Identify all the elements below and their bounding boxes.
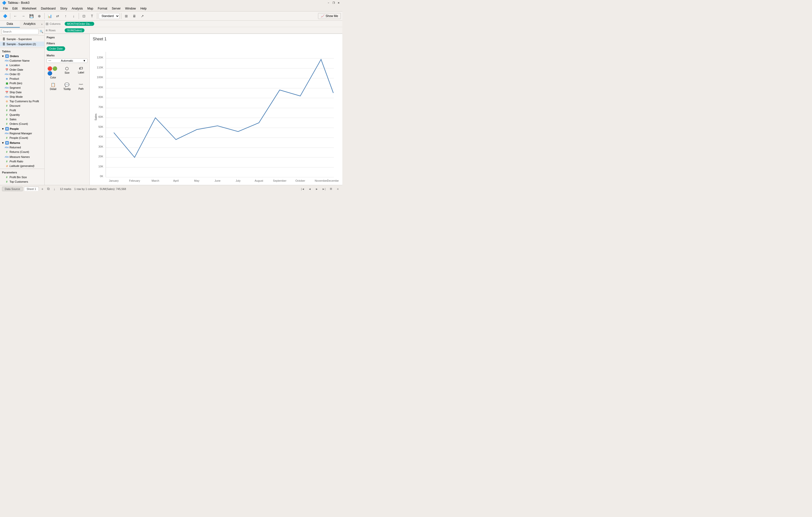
hash-icon-7: # <box>5 150 8 154</box>
add-sheet-btn[interactable]: + <box>40 186 45 192</box>
menu-dashboard[interactable]: Dashboard <box>39 6 58 11</box>
columns-pill[interactable]: MONTH(Order Da... <box>65 22 94 26</box>
data-source-tab[interactable]: Data Source <box>2 187 23 191</box>
new-datasource-btn[interactable]: ⊕ <box>36 12 43 20</box>
tableau-home-btn[interactable]: 🔷 <box>1 12 8 20</box>
save-btn[interactable]: 💾 <box>28 12 35 20</box>
rows-text: Rows <box>49 29 56 32</box>
field-location[interactable]: ⊕ Location <box>0 63 45 67</box>
list-view-btn[interactable]: ≡ <box>335 186 340 192</box>
field-sales[interactable]: # Sales <box>0 117 45 121</box>
minimize-button[interactable]: − <box>327 1 330 4</box>
chart-type-btn[interactable]: 📊 <box>46 12 53 20</box>
marks-label-btn[interactable]: 🏷 Label <box>75 65 87 80</box>
field-discount[interactable]: # Discount <box>0 104 45 108</box>
svg-text:90K: 90K <box>98 86 103 89</box>
line-chart-svg: 0K 10K 20K 30K 40K 50K 60K 70K 80K 90K 1… <box>93 45 339 185</box>
field-order-date[interactable]: 📅 Order Date <box>0 67 45 72</box>
field-orders-count[interactable]: # Orders (Count) <box>0 121 45 126</box>
field-ship-mode[interactable]: Abc Ship Mode <box>0 94 45 99</box>
field-segment[interactable]: Abc Segment <box>0 85 45 90</box>
field-profit[interactable]: # Profit <box>0 108 45 113</box>
device-btn[interactable]: 🖥 <box>131 12 138 20</box>
grid-view-btn[interactable]: ⊞ <box>328 186 333 192</box>
field-product[interactable]: ⊕ Product <box>0 77 45 81</box>
nav-first-btn[interactable]: |◄ <box>300 186 305 192</box>
rows-pill[interactable]: SUM(Sales) <box>65 28 84 32</box>
expand-orders-icon: ▼ <box>1 55 4 58</box>
menu-server[interactable]: Server <box>110 6 122 11</box>
datasource-2[interactable]: 🗄 Sample - Superstore (2) <box>0 41 45 47</box>
standard-select[interactable]: Standard <box>99 13 120 19</box>
field-profit-bin[interactable]: ▦ Profit (bin) <box>0 81 45 85</box>
menu-story[interactable]: Story <box>58 6 69 11</box>
field-quantity[interactable]: # Quantity <box>0 113 45 117</box>
nav-last-btn[interactable]: ►| <box>321 186 326 192</box>
field-ship-date[interactable]: 📅 Ship Date <box>0 90 45 94</box>
field-latitude[interactable]: ⊙ Latitude (generated) <box>0 164 45 168</box>
show-me-button[interactable]: 📈 Show Me <box>318 13 341 19</box>
tab-analytics[interactable]: Analytics <box>20 21 39 28</box>
svg-text:December: December <box>327 179 339 182</box>
field-returns-count[interactable]: # Returns (Count) <box>0 150 45 154</box>
sum-info: SUM(Sales): 745,568 <box>100 188 126 191</box>
restore-button[interactable]: ❐ <box>332 1 335 4</box>
menu-file[interactable]: File <box>1 6 10 11</box>
redo-btn[interactable]: → <box>20 12 27 20</box>
field-regional-manager[interactable]: Abc Regional Manager <box>0 131 45 136</box>
menu-format[interactable]: Format <box>96 6 109 11</box>
marks-color-btn[interactable]: 🔴🟢🔵 Color <box>47 65 60 80</box>
menu-help[interactable]: Help <box>138 6 149 11</box>
hash-icon-3: # <box>5 113 8 117</box>
fit-btn[interactable]: ⊡ <box>81 12 87 20</box>
field-returned[interactable]: Abc Returned <box>0 145 45 150</box>
sort-desc-btn[interactable]: ↓ <box>70 12 77 20</box>
menu-worksheet[interactable]: Worksheet <box>20 6 38 11</box>
orders-table-icon: ⊞ <box>5 54 9 58</box>
datasource-1[interactable]: 🗄 Sample - Superstore <box>0 36 45 41</box>
marks-detail-btn[interactable]: 📋 Detail <box>47 81 60 92</box>
field-measure-names[interactable]: Abc Measure Names <box>0 154 45 159</box>
marks-size-btn[interactable]: ⬡ Size <box>61 65 74 80</box>
people-label: People <box>10 127 19 130</box>
menu-window[interactable]: Window <box>123 6 138 11</box>
marks-path-btn[interactable]: 〰 Path <box>75 81 87 92</box>
nav-next-btn[interactable]: ► <box>314 186 319 192</box>
swap-btn[interactable]: ⇄ <box>54 12 61 20</box>
undo-btn[interactable]: ← <box>12 12 19 20</box>
field-profit-ratio[interactable]: # Profit Ratio <box>0 159 45 164</box>
show-me-chart-icon: 📈 <box>321 14 324 18</box>
field-group-returns-header[interactable]: ▼ ⊞ Returns <box>0 141 45 145</box>
field-people-count[interactable]: # People (Count) <box>0 136 45 140</box>
duplicate-sheet-btn[interactable]: ⧉ <box>46 186 51 192</box>
sheet1-tab[interactable]: Sheet 1 <box>24 187 39 191</box>
search-icon[interactable]: 🔍 <box>39 30 44 33</box>
search-input[interactable] <box>1 29 38 34</box>
people-table-icon: ⊞ <box>5 127 9 131</box>
marks-type-dropdown[interactable]: 〰 Automatic ▼ <box>47 58 87 63</box>
filter-pill-order-date[interactable]: Order Date <box>47 46 65 51</box>
tab-data[interactable]: Data <box>0 21 20 28</box>
svg-text:October: October <box>295 179 305 182</box>
share-btn[interactable]: ↗ <box>139 12 146 20</box>
svg-text:August: August <box>255 179 263 182</box>
field-customer-name[interactable]: Abc Customer Name <box>0 58 45 63</box>
field-group-people-header[interactable]: ▼ ⊞ People <box>0 126 45 131</box>
menu-map[interactable]: Map <box>85 6 95 11</box>
field-order-id[interactable]: Abc Order ID <box>0 72 45 77</box>
field-group-orders-header[interactable]: ▼ ⊞ Orders <box>0 54 45 58</box>
grid-btn[interactable]: ⊞ <box>123 12 130 20</box>
field-top-customers[interactable]: ⊙ Top Customers by Profit <box>0 99 45 104</box>
param-profit-bin-size[interactable]: # Profit Bin Size <box>0 175 45 179</box>
panel-close-btn[interactable]: › <box>39 21 45 28</box>
label-btn[interactable]: T <box>88 12 95 20</box>
sort-asc-btn[interactable]: ↑ <box>62 12 69 20</box>
nav-prev-btn[interactable]: ◄ <box>307 186 312 192</box>
export-sheet-btn[interactable]: ↓ <box>52 186 57 192</box>
menu-analysis[interactable]: Analysis <box>70 6 85 11</box>
marks-tooltip-btn[interactable]: 💬 Tooltip <box>61 81 74 92</box>
marks-detail-label: Detail <box>50 88 56 90</box>
param-top-customers[interactable]: # Top Customers <box>0 179 45 184</box>
menu-edit[interactable]: Edit <box>10 6 20 11</box>
close-button[interactable]: ✕ <box>337 1 340 4</box>
